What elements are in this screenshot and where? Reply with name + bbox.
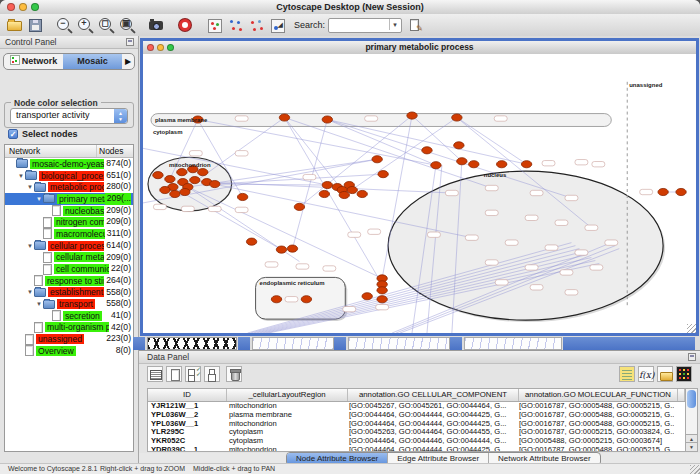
graph-node[interactable]	[469, 161, 479, 168]
table-scrollbar[interactable]: ▲ ▼	[685, 388, 698, 452]
background-window-content[interactable]	[252, 337, 334, 350]
dropdown-stepper-icon[interactable]: ▲▼	[114, 109, 127, 123]
table-cell[interactable]	[674, 446, 685, 452]
open-folder-icon[interactable]	[6, 17, 23, 34]
scroll-down-icon[interactable]: ▼	[686, 442, 697, 451]
expand-arrow-icon[interactable]: ▼	[26, 243, 34, 249]
tree-col-network[interactable]: Network	[5, 145, 97, 157]
app-resize-grip[interactable]	[690, 465, 700, 474]
graph-node[interactable]	[198, 169, 208, 176]
col-region[interactable]: _cellularLayoutRegion	[227, 389, 348, 401]
minimize-icon[interactable]	[157, 44, 164, 51]
table-cell[interactable]: [GO:0044464, GO:0044444, GO:0044425, G..…	[346, 411, 516, 420]
table-cell[interactable]: [GO:0005488, GO:0005215, GO:0003674]	[516, 437, 674, 446]
tree-item-response-to-stimulu[interactable]: response to stimulu264(0)	[5, 275, 133, 287]
float-panel-icon[interactable]	[126, 38, 134, 46]
zoom-fit-icon[interactable]: ▣	[119, 17, 136, 34]
expand-arrow-icon[interactable]: ▼	[26, 184, 34, 190]
graph-node[interactable]	[153, 172, 163, 179]
graph-node[interactable]	[180, 188, 190, 195]
table-cell[interactable]: cytoplasm	[226, 437, 346, 446]
table-cell[interactable]: [GO:0045267, GO:0045261, GO:0044464, G..…	[346, 402, 516, 411]
graph-node[interactable]	[190, 177, 200, 184]
tree-item-primary-metabo[interactable]: ▼primary metabo209(...	[5, 193, 133, 205]
tree-item-biological-process[interactable]: ▼biological_process651(0)	[5, 170, 133, 182]
function-builder-icon[interactable]: f(x)	[638, 366, 654, 382]
attribute-table-icon[interactable]	[147, 366, 163, 382]
tab-overflow-icon[interactable]: ▶	[122, 57, 134, 66]
tree-item-cell-communicat[interactable]: cell communicat22(0)	[5, 263, 133, 275]
select-nodes-checkbox[interactable]: ✓	[8, 129, 18, 139]
tree-item-nucleobase[interactable]: nucleobase-209(0)	[5, 205, 133, 217]
unselect-attributes-icon[interactable]	[204, 366, 220, 382]
graph-node[interactable]	[276, 246, 286, 253]
tree-col-nodes[interactable]: Nodes	[97, 145, 133, 157]
tab-mosaic[interactable]: Mosaic	[63, 54, 122, 69]
graph-node[interactable]	[521, 161, 531, 168]
table-cell[interactable]: YDR039C__1	[148, 446, 226, 452]
new-attribute-icon[interactable]	[166, 366, 182, 382]
col-cellular-component[interactable]: annotation.GO CELLULAR_COMPONENT	[348, 389, 519, 401]
table-row[interactable]: YPL036W__1mitochondrion[GO:0044464, GO:0…	[148, 420, 685, 429]
annotation-grid-icon[interactable]	[206, 17, 223, 34]
table-cell[interactable]: YKR052C	[148, 437, 226, 446]
table-cell[interactable]: YJR121W__1	[148, 402, 226, 411]
close-icon[interactable]	[147, 44, 154, 51]
zoom-selected-icon[interactable]: ◻	[98, 17, 115, 34]
save-icon[interactable]	[27, 17, 44, 34]
network-canvas[interactable]: plasma membranecytoplasmmitochondrionnuc…	[143, 54, 696, 333]
vizmapper-icon[interactable]: ◢	[269, 17, 286, 34]
table-row[interactable]: YJR121W__1mitochondrion[GO:0045267, GO:0…	[148, 402, 685, 411]
graph-node[interactable]	[676, 188, 686, 195]
graph-node[interactable]	[160, 186, 170, 193]
search-input[interactable]: ▾	[328, 18, 402, 33]
tree-item-metabolic-process[interactable]: ▼metabolic process280(0)	[5, 181, 133, 193]
node-color-dropdown[interactable]: transporter activity ▲▼	[10, 108, 128, 124]
table-cell[interactable]	[674, 420, 685, 429]
graph-node[interactable]	[422, 147, 432, 154]
table-cell[interactable]: [GO:0044464, GO:0044446, GO:0044444, G..…	[346, 437, 516, 446]
graph-node[interactable]	[362, 293, 372, 300]
col-molecular-function[interactable]: annotation.GO MOLECULAR_FUNCTION	[519, 389, 678, 401]
graph-node[interactable]	[407, 112, 417, 119]
table-cell[interactable]: [GO:0016787, GO:0005488, GO:0005215, G..…	[516, 402, 674, 411]
network-merge-blue-icon[interactable]	[227, 17, 244, 34]
table-cell[interactable]: [GO:0016787, GO:0005488, GO:0005215, G..…	[516, 411, 674, 420]
graph-node[interactable]	[177, 169, 187, 176]
tree-item-establishment-of-lo[interactable]: ▼establishment of lo558(0)	[5, 287, 133, 299]
tree-item-secretion[interactable]: secretion41(0)	[5, 310, 133, 322]
annotation-edit-icon[interactable]: ✎	[406, 17, 423, 34]
graph-edge[interactable]	[284, 118, 382, 285]
table-cell[interactable]: [GO:0016787, GO:0005215, GO:0003824, G..…	[516, 428, 674, 437]
background-window-edge[interactable]	[334, 337, 346, 350]
graph-node[interactable]	[246, 238, 256, 245]
search-dropdown-icon[interactable]: ▾	[389, 19, 400, 30]
help-lifesaver-icon[interactable]	[177, 17, 194, 34]
tree-item-unassigned[interactable]: unassigned223(0)	[5, 333, 133, 345]
graph-node[interactable]	[287, 245, 297, 252]
compartment-nucleus[interactable]	[388, 171, 663, 320]
table-cell[interactable]	[674, 437, 685, 446]
table-cell[interactable]: [GO:0044464, GO:0044444, GO:0044425, G..…	[346, 420, 516, 429]
zoom-window-icon[interactable]	[31, 3, 39, 11]
tree-item-multi-organism-pro[interactable]: multi-organism pro42(0)	[5, 322, 133, 334]
zoom-out-icon[interactable]: −	[56, 17, 73, 34]
expand-arrow-icon[interactable]: ▼	[35, 301, 43, 307]
zoom-in-icon[interactable]: +	[77, 17, 94, 34]
delete-attribute-icon[interactable]	[226, 366, 242, 382]
network-merge-red-icon[interactable]	[248, 17, 265, 34]
compartment-plasma-membrane[interactable]	[151, 114, 611, 127]
background-window-content[interactable]	[147, 337, 237, 350]
graph-node[interactable]	[237, 193, 247, 200]
tree-item-macromolecule[interactable]: macromolecule311(0)	[5, 228, 133, 240]
expand-arrow-icon[interactable]: ▼	[17, 173, 25, 179]
graph-node[interactable]	[339, 191, 349, 198]
minimize-icon[interactable]	[19, 3, 27, 11]
network-view-titlebar[interactable]: primary metabolic process	[143, 41, 696, 55]
tree-item-mosaic-demo-yeast[interactable]: mosaic-demo-yeast874(0)	[5, 158, 133, 170]
table-cell[interactable]: mitochondrion	[226, 402, 346, 411]
col-id[interactable]: ID	[148, 389, 227, 401]
network-graph[interactable]: plasma membranecytoplasmmitochondrionnuc…	[143, 54, 696, 333]
table-cell[interactable]	[674, 402, 685, 411]
graph-node[interactable]	[454, 142, 464, 149]
